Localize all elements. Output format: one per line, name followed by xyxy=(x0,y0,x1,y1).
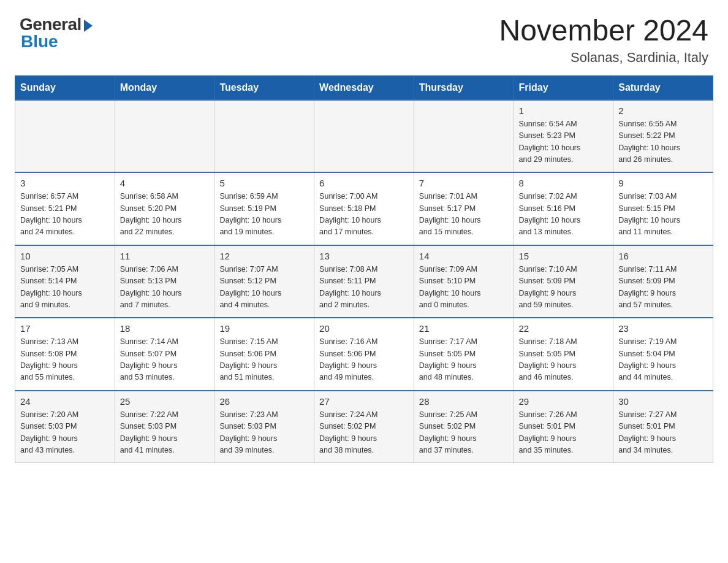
day-sun-info: Sunrise: 7:23 AM Sunset: 5:03 PM Dayligh… xyxy=(219,409,309,457)
day-sun-info: Sunrise: 7:17 AM Sunset: 5:05 PM Dayligh… xyxy=(419,336,509,384)
day-sun-info: Sunrise: 7:08 AM Sunset: 5:11 PM Dayligh… xyxy=(319,264,409,312)
day-number: 21 xyxy=(419,323,509,334)
day-sun-info: Sunrise: 7:00 AM Sunset: 5:18 PM Dayligh… xyxy=(319,191,409,239)
month-year-title: November 2024 xyxy=(499,15,708,47)
weekday-header-monday: Monday xyxy=(115,75,214,100)
day-number: 16 xyxy=(618,251,708,261)
day-number: 5 xyxy=(219,178,309,188)
calendar-table: SundayMondayTuesdayWednesdayThursdayFrid… xyxy=(15,75,713,464)
day-number: 19 xyxy=(219,323,309,334)
day-number: 3 xyxy=(20,178,110,188)
weekday-header-wednesday: Wednesday xyxy=(314,75,414,100)
day-number: 1 xyxy=(519,105,609,116)
day-sun-info: Sunrise: 7:27 AM Sunset: 5:01 PM Dayligh… xyxy=(618,409,708,457)
day-sun-info: Sunrise: 6:58 AM Sunset: 5:20 PM Dayligh… xyxy=(120,191,210,239)
day-number: 23 xyxy=(618,323,708,334)
calendar-day-cell: 14Sunrise: 7:09 AM Sunset: 5:10 PM Dayli… xyxy=(414,245,514,318)
calendar-day-cell: 20Sunrise: 7:16 AM Sunset: 5:06 PM Dayli… xyxy=(314,318,414,391)
day-number: 25 xyxy=(120,396,210,407)
day-sun-info: Sunrise: 7:16 AM Sunset: 5:06 PM Dayligh… xyxy=(319,336,409,384)
page-header: General Blue November 2024 Solanas, Sard… xyxy=(0,0,728,75)
day-number: 10 xyxy=(20,251,110,261)
day-number: 2 xyxy=(618,105,708,116)
calendar-day-cell: 7Sunrise: 7:01 AM Sunset: 5:17 PM Daylig… xyxy=(414,172,514,245)
calendar-day-cell: 16Sunrise: 7:11 AM Sunset: 5:09 PM Dayli… xyxy=(613,245,713,318)
day-number: 4 xyxy=(120,178,210,188)
day-sun-info: Sunrise: 7:19 AM Sunset: 5:04 PM Dayligh… xyxy=(618,336,708,384)
day-sun-info: Sunrise: 6:59 AM Sunset: 5:19 PM Dayligh… xyxy=(219,191,309,239)
calendar-day-cell: 21Sunrise: 7:17 AM Sunset: 5:05 PM Dayli… xyxy=(414,318,514,391)
calendar-day-cell xyxy=(214,100,314,173)
calendar-day-cell xyxy=(15,100,115,173)
calendar-week-row: 24Sunrise: 7:20 AM Sunset: 5:03 PM Dayli… xyxy=(15,391,713,463)
day-sun-info: Sunrise: 7:24 AM Sunset: 5:02 PM Dayligh… xyxy=(319,409,409,457)
weekday-header-friday: Friday xyxy=(514,75,613,100)
day-number: 29 xyxy=(519,396,609,407)
calendar-day-cell: 6Sunrise: 7:00 AM Sunset: 5:18 PM Daylig… xyxy=(314,172,414,245)
calendar-day-cell xyxy=(115,100,214,173)
calendar-day-cell: 9Sunrise: 7:03 AM Sunset: 5:15 PM Daylig… xyxy=(613,172,713,245)
calendar-day-cell: 4Sunrise: 6:58 AM Sunset: 5:20 PM Daylig… xyxy=(115,172,214,245)
calendar-day-cell: 19Sunrise: 7:15 AM Sunset: 5:06 PM Dayli… xyxy=(214,318,314,391)
day-number: 8 xyxy=(519,178,609,188)
day-sun-info: Sunrise: 7:14 AM Sunset: 5:07 PM Dayligh… xyxy=(120,336,210,384)
day-sun-info: Sunrise: 6:54 AM Sunset: 5:23 PM Dayligh… xyxy=(519,118,609,166)
calendar-week-row: 10Sunrise: 7:05 AM Sunset: 5:14 PM Dayli… xyxy=(15,245,713,318)
calendar-week-row: 17Sunrise: 7:13 AM Sunset: 5:08 PM Dayli… xyxy=(15,318,713,391)
calendar-day-cell: 27Sunrise: 7:24 AM Sunset: 5:02 PM Dayli… xyxy=(314,391,414,463)
day-sun-info: Sunrise: 7:02 AM Sunset: 5:16 PM Dayligh… xyxy=(519,191,609,239)
day-sun-info: Sunrise: 7:10 AM Sunset: 5:09 PM Dayligh… xyxy=(519,264,609,312)
calendar-day-cell: 30Sunrise: 7:27 AM Sunset: 5:01 PM Dayli… xyxy=(613,391,713,463)
day-number: 27 xyxy=(319,396,409,407)
calendar-day-cell: 5Sunrise: 6:59 AM Sunset: 5:19 PM Daylig… xyxy=(214,172,314,245)
day-number: 20 xyxy=(319,323,409,334)
weekday-header-saturday: Saturday xyxy=(613,75,713,100)
day-number: 26 xyxy=(219,396,309,407)
calendar-day-cell: 12Sunrise: 7:07 AM Sunset: 5:12 PM Dayli… xyxy=(214,245,314,318)
day-sun-info: Sunrise: 7:05 AM Sunset: 5:14 PM Dayligh… xyxy=(20,264,110,312)
calendar-day-cell: 13Sunrise: 7:08 AM Sunset: 5:11 PM Dayli… xyxy=(314,245,414,318)
day-sun-info: Sunrise: 7:22 AM Sunset: 5:03 PM Dayligh… xyxy=(120,409,210,457)
weekday-header-thursday: Thursday xyxy=(414,75,514,100)
day-number: 7 xyxy=(419,178,509,188)
day-sun-info: Sunrise: 7:06 AM Sunset: 5:13 PM Dayligh… xyxy=(120,264,210,312)
day-number: 28 xyxy=(419,396,509,407)
weekday-header-sunday: Sunday xyxy=(15,75,115,100)
day-sun-info: Sunrise: 6:55 AM Sunset: 5:22 PM Dayligh… xyxy=(618,118,708,166)
calendar-day-cell xyxy=(414,100,514,173)
calendar-day-cell: 11Sunrise: 7:06 AM Sunset: 5:13 PM Dayli… xyxy=(115,245,214,318)
day-sun-info: Sunrise: 7:20 AM Sunset: 5:03 PM Dayligh… xyxy=(20,409,110,457)
calendar-day-cell xyxy=(314,100,414,173)
calendar-day-cell: 8Sunrise: 7:02 AM Sunset: 5:16 PM Daylig… xyxy=(514,172,613,245)
day-sun-info: Sunrise: 7:01 AM Sunset: 5:17 PM Dayligh… xyxy=(419,191,509,239)
day-number: 12 xyxy=(219,251,309,261)
day-sun-info: Sunrise: 7:13 AM Sunset: 5:08 PM Dayligh… xyxy=(20,336,110,384)
location-subtitle: Solanas, Sardinia, Italy xyxy=(499,50,708,66)
title-section: November 2024 Solanas, Sardinia, Italy xyxy=(499,15,708,66)
day-sun-info: Sunrise: 7:26 AM Sunset: 5:01 PM Dayligh… xyxy=(519,409,609,457)
calendar-day-cell: 2Sunrise: 6:55 AM Sunset: 5:22 PM Daylig… xyxy=(613,100,713,173)
calendar-day-cell: 1Sunrise: 6:54 AM Sunset: 5:23 PM Daylig… xyxy=(514,100,613,173)
calendar-day-cell: 10Sunrise: 7:05 AM Sunset: 5:14 PM Dayli… xyxy=(15,245,115,318)
weekday-header-tuesday: Tuesday xyxy=(214,75,314,100)
day-sun-info: Sunrise: 7:11 AM Sunset: 5:09 PM Dayligh… xyxy=(618,264,708,312)
day-number: 18 xyxy=(120,323,210,334)
day-sun-info: Sunrise: 7:03 AM Sunset: 5:15 PM Dayligh… xyxy=(618,191,708,239)
day-sun-info: Sunrise: 7:18 AM Sunset: 5:05 PM Dayligh… xyxy=(519,336,609,384)
calendar-day-cell: 17Sunrise: 7:13 AM Sunset: 5:08 PM Dayli… xyxy=(15,318,115,391)
calendar-week-row: 1Sunrise: 6:54 AM Sunset: 5:23 PM Daylig… xyxy=(15,100,713,173)
calendar-day-cell: 25Sunrise: 7:22 AM Sunset: 5:03 PM Dayli… xyxy=(115,391,214,463)
day-sun-info: Sunrise: 6:57 AM Sunset: 5:21 PM Dayligh… xyxy=(20,191,110,239)
calendar-day-cell: 26Sunrise: 7:23 AM Sunset: 5:03 PM Dayli… xyxy=(214,391,314,463)
day-number: 17 xyxy=(20,323,110,334)
day-number: 6 xyxy=(319,178,409,188)
day-number: 15 xyxy=(519,251,609,261)
calendar-day-cell: 23Sunrise: 7:19 AM Sunset: 5:04 PM Dayli… xyxy=(613,318,713,391)
logo: General Blue xyxy=(20,15,93,52)
calendar-day-cell: 24Sunrise: 7:20 AM Sunset: 5:03 PM Dayli… xyxy=(15,391,115,463)
calendar-day-cell: 28Sunrise: 7:25 AM Sunset: 5:02 PM Dayli… xyxy=(414,391,514,463)
logo-blue-text: Blue xyxy=(21,32,58,52)
calendar-header-row: SundayMondayTuesdayWednesdayThursdayFrid… xyxy=(15,75,713,100)
day-sun-info: Sunrise: 7:07 AM Sunset: 5:12 PM Dayligh… xyxy=(219,264,309,312)
day-number: 22 xyxy=(519,323,609,334)
